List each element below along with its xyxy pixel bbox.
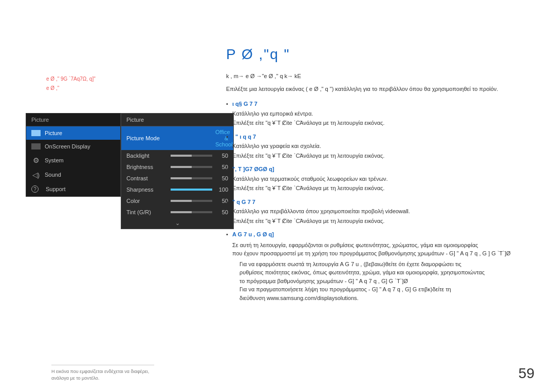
submenu-item-picture-mode[interactable]: Picture Mode Office & School <box>121 126 233 150</box>
submenu-item-backlight[interactable]: Backlight 50 <box>121 150 233 161</box>
submenu-item-sharpness[interactable]: Sharpness 100 <box>121 184 233 195</box>
bullet3-title: ", T ]G7 ØGØ q] <box>232 166 274 172</box>
page-number: 59 <box>519 365 534 382</box>
list-item-3: ", T ]G7 ØGØ q] Κατάλληλο για τερματικού… <box>226 165 534 193</box>
sidebar-item-picture[interactable]: Picture <box>26 126 120 140</box>
brightness-bar-fill <box>171 166 192 168</box>
backlight-bar-fill <box>171 155 192 157</box>
breadcrumb-line2: e Ø ," <box>46 84 96 93</box>
breadcrumb-line1: e Ø ," 9G `7Aq7Ω, q]" <box>46 74 96 84</box>
submenu-label-brightness: Brightness <box>126 164 168 170</box>
color-bar-fill <box>171 200 192 202</box>
sidebar-item-label-system: System <box>45 157 64 163</box>
menu-box: Picture Picture OnScreen Display ⚙ Syste… <box>26 113 121 197</box>
chevron-down-icon: ⌄ <box>121 218 233 229</box>
menu-container: Picture Picture OnScreen Display ⚙ Syste… <box>26 113 128 197</box>
main-content: P Ø ,"q " k , m→ e Ø →"e Ø ," q k→ kΕ Επ… <box>226 46 534 361</box>
backlight-bar <box>171 155 212 157</box>
bullet5-indent3: το πρόγραμμα βαθμονόμησης χρωμάτων - G] … <box>239 278 408 284</box>
bullet5-desc-block: Σε αυτή τη λειτουργία, εφαρμόζονται οι ρ… <box>232 241 534 258</box>
sidebar-item-system[interactable]: ⚙ System <box>26 153 120 167</box>
submenu-box: Picture Picture Mode Office & School Bac… <box>121 113 234 229</box>
bullet1-desc: Κατάλληλο για εμπορικά κέντρα. <box>232 109 534 118</box>
menu-header: Picture <box>26 114 120 126</box>
gear-icon: ⚙ <box>31 157 41 164</box>
bullet5-indent4: Για να πραγματοποιήσετε λήψη του προγράμ… <box>239 286 451 292</box>
bullet5-indent2: ρυθμίσεις ποιότητας εικόνας, όπως φωτειν… <box>239 269 485 275</box>
submenu-label-backlight: Backlight <box>126 153 168 159</box>
onscreen-icon <box>31 143 41 150</box>
sidebar-item-label-picture: Picture <box>45 130 62 136</box>
tint-bar-fill <box>171 211 192 213</box>
subtitle-line: k , m→ e Ø →"e Ø ," q k→ kΕ <box>226 72 534 81</box>
bullet-list: ι q§ G 7 7 Κατάλληλο για εμπορικά κέντρα… <box>226 100 534 302</box>
bullet4-desc: Κατάλληλο για περιβάλλοντα όπου χρησιμοπ… <box>232 207 534 216</box>
bullet5-indent5: διεύθυνση www.samsung.com/displaysolutio… <box>239 295 359 301</box>
contrast-bar-fill <box>171 177 192 179</box>
sidebar-item-label-sound: Sound <box>45 172 61 178</box>
bullet4-title: " q G 7 7 <box>232 199 255 205</box>
help-icon: ? <box>31 185 39 193</box>
color-bar <box>171 200 212 202</box>
list-item-4: " q G 7 7 Κατάλληλο για περιβάλλοντα όπο… <box>226 198 534 226</box>
bullet5-title: A G 7 u , G Ø q] <box>232 231 274 237</box>
sidebar-item-sound[interactable]: ◁) Sound <box>26 167 120 182</box>
bullet3-desc: Κατάλληλο για τερματικούς σταθμούς λεωφο… <box>232 175 534 183</box>
bullet5-indent: Για να εφαρμόσετε σωστά τη λειτουργία A … <box>232 260 534 303</box>
submenu-label-color: Color <box>126 198 168 204</box>
submenu-item-brightness[interactable]: Brightness 50 <box>121 161 233 173</box>
submenu-item-tint[interactable]: Tint (G/R) 50 <box>121 207 233 218</box>
sidebar-item-label-onscreen: OnScreen Display <box>45 143 90 150</box>
list-item-2: , " ι q q 7 Κατάλληλο για γραφεία και σχ… <box>226 133 534 160</box>
bullet1-title: ι q§ G 7 7 <box>232 101 257 107</box>
contrast-bar <box>171 177 212 179</box>
picture-icon <box>31 130 41 136</box>
breadcrumb-area: e Ø ," 9G `7Aq7Ω, q]" e Ø ," <box>46 74 96 93</box>
bullet2-title: , " ι q q 7 <box>232 134 256 140</box>
sidebar-item-onscreen[interactable]: OnScreen Display <box>26 140 120 153</box>
submenu-label-tint: Tint (G/R) <box>126 209 168 215</box>
page-title: P Ø ,"q " <box>226 46 534 63</box>
sidebar-item-support[interactable]: ? Support <box>26 182 120 196</box>
submenu-label-contrast: Contrast <box>126 175 168 181</box>
bullet5-desc1: Σε αυτή τη λειτουργία, εφαρμόζονται οι ρ… <box>232 242 478 248</box>
list-item-1: ι q§ G 7 7 Κατάλληλο για εμπορικά κέντρα… <box>226 100 534 127</box>
bullet2-sub: Επιλέξτε είτε "q ¥`T Ȼite `CΆνάλογα με τ… <box>232 152 534 160</box>
submenu-item-contrast[interactable]: Contrast 50 <box>121 173 233 184</box>
submenu-item-color[interactable]: Color 50 <box>121 195 233 207</box>
bullet4-sub: Επιλέξτε είτε "q ¥`T Ȼite `CΆνάλογα με τ… <box>232 217 534 226</box>
bullet5-indent1: Για να εφαρμόσετε σωστά τη λειτουργία A … <box>239 261 461 267</box>
sharpness-bar-fill <box>171 189 212 191</box>
body-text: Επιλέξτε μια λειτουργία εικόνας ( e Ø ,"… <box>226 85 534 94</box>
menu-caption: Η εικόνα που εμφανίζεται ενδέχεται να δι… <box>51 365 154 381</box>
sound-icon: ◁) <box>31 171 41 178</box>
brightness-bar <box>171 166 212 168</box>
bullet1-sub: Επιλέξτε είτε "q ¥`T Ȼite `CΆνάλογα με τ… <box>232 119 534 127</box>
submenu-label-sharpness: Sharpness <box>126 186 168 193</box>
list-item-5: A G 7 u , G Ø q] Σε αυτή τη λειτουργία, … <box>226 230 534 302</box>
submenu-header: Picture <box>121 114 233 126</box>
bullet2-desc: Κατάλληλο για γραφεία και σχολεία. <box>232 142 534 151</box>
sharpness-bar <box>171 189 212 191</box>
submenu-label-picture-mode: Picture Mode <box>126 135 160 141</box>
bullet3-sub: Επιλέξτε είτε "q ¥`T Ȼite `CΆνάλογα με τ… <box>232 184 534 193</box>
subtitle-text: k , m→ e Ø →"e Ø ," q k→ kΕ <box>226 73 301 79</box>
bullet5-desc3: G ] G `T`]Ø <box>483 250 511 256</box>
bullet5-desc2: που έχουν προσαρμοστεί με τη χρήση του π… <box>232 250 481 256</box>
sidebar-item-label-support: Support <box>46 186 66 192</box>
tint-bar <box>171 211 212 213</box>
